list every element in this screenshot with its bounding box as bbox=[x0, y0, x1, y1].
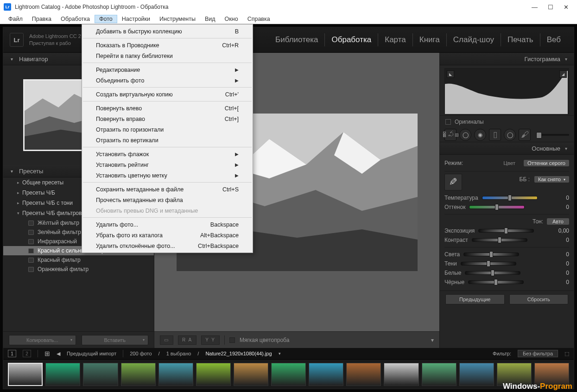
menu-item[interactable]: Отразить по горизонтали bbox=[82, 124, 253, 135]
loupe-view-button[interactable]: ▭ bbox=[160, 335, 173, 345]
menu-item[interactable]: Убрать фото из каталогаAlt+Backspace bbox=[82, 230, 253, 240]
primary-display-icon[interactable]: 1 bbox=[8, 350, 16, 357]
originals-checkbox[interactable] bbox=[445, 119, 451, 125]
menu-фото[interactable]: Фото bbox=[95, 15, 117, 23]
menu-item[interactable]: Показать в ПроводникеCtrl+R bbox=[82, 40, 253, 51]
menu-item[interactable]: Удалить отклонённые фото...Ctrl+Backspac… bbox=[82, 240, 253, 251]
crop-tool-icon[interactable]: �వ⊞ bbox=[444, 129, 457, 141]
slider-Чёрные[interactable] bbox=[468, 280, 524, 284]
menu-item[interactable]: Установить рейтинг▶ bbox=[82, 159, 253, 170]
menu-окно[interactable]: Окно bbox=[220, 15, 243, 23]
right-panel: Гистограмма ▾ ◣ ◢ Оригиналы bbox=[439, 53, 574, 348]
slider-Температура[interactable] bbox=[482, 196, 538, 200]
menu-item[interactable]: Отразить по вертикали bbox=[82, 135, 253, 145]
slider-Оттенок[interactable] bbox=[469, 205, 525, 209]
shadow-clip-icon[interactable]: ◣ bbox=[447, 70, 454, 78]
menu-item[interactable]: Повернуть влевоCtrl+[ bbox=[82, 103, 253, 114]
slider-Света[interactable] bbox=[463, 253, 519, 256]
filmstrip-thumb[interactable] bbox=[234, 363, 268, 386]
slider-Тени[interactable] bbox=[461, 262, 516, 266]
menu-правка[interactable]: Правка bbox=[27, 15, 56, 23]
filmstrip-thumb[interactable] bbox=[271, 363, 306, 386]
auto-tone-button[interactable]: Авто bbox=[547, 218, 569, 225]
radial-filter-tool-icon[interactable]: ◯ bbox=[504, 129, 516, 141]
reset-button[interactable]: Сбросить bbox=[509, 294, 569, 304]
module-tab-3[interactable]: Книга bbox=[413, 35, 446, 44]
secondary-info-bar: 1 2 ⊞ ◀ Предыдущий импорт 200 фото / 1 в… bbox=[3, 348, 574, 359]
module-tab-1[interactable]: Обработка bbox=[325, 35, 378, 44]
menu-справка[interactable]: Справка bbox=[243, 15, 275, 23]
treatment-grayscale[interactable]: Оттенки серого bbox=[524, 160, 569, 166]
spot-removal-tool-icon[interactable]: ◯ bbox=[459, 129, 471, 141]
menu-item[interactable]: Установить цветную метку▶ bbox=[82, 170, 253, 181]
filmstrip-thumb[interactable] bbox=[346, 363, 381, 386]
filmstrip-thumb[interactable] bbox=[83, 363, 118, 386]
brush-tool-icon[interactable]: 🖌 bbox=[519, 129, 531, 141]
slider-Белые[interactable] bbox=[465, 271, 520, 275]
filmstrip[interactable] bbox=[3, 359, 574, 389]
soft-proof-checkbox[interactable] bbox=[229, 337, 235, 343]
filmstrip-thumb[interactable] bbox=[422, 363, 457, 386]
menu-обработка[interactable]: Обработка bbox=[56, 15, 95, 23]
before-after-ra-button[interactable]: R A bbox=[178, 335, 197, 345]
filmstrip-thumb[interactable] bbox=[196, 363, 231, 386]
preset-item[interactable]: Оранжевый фильтр bbox=[3, 265, 154, 274]
white-balance-picker-icon[interactable]: ✎ bbox=[444, 174, 462, 190]
filter-select[interactable]: Без фильтра bbox=[518, 350, 558, 357]
highlight-clip-icon[interactable]: ◢ bbox=[559, 70, 567, 78]
module-tab-2[interactable]: Карта bbox=[378, 35, 412, 44]
module-tab-4[interactable]: Слайд-шоу bbox=[447, 35, 501, 44]
filmstrip-thumb[interactable] bbox=[121, 363, 156, 386]
paste-button[interactable]: Вставить bbox=[82, 335, 149, 345]
white-balance-select[interactable]: Как снято bbox=[534, 176, 569, 183]
filter-lock-icon[interactable]: ⬚ bbox=[564, 351, 569, 357]
basic-header[interactable]: Основные ▾ bbox=[440, 142, 574, 155]
back-icon[interactable]: ◀ bbox=[57, 351, 60, 357]
menu-item[interactable]: Создать виртуальную копиюCtrl+' bbox=[82, 89, 253, 100]
module-tab-6[interactable]: Веб bbox=[540, 35, 567, 44]
center-toolbar: ▭ R A Y Y Мягкая цветопроба ▾ bbox=[154, 331, 439, 348]
module-tab-0[interactable]: Библиотека bbox=[269, 35, 324, 44]
secondary-display-icon[interactable]: 2 bbox=[23, 350, 31, 357]
treatment-color[interactable]: Цвет bbox=[500, 160, 519, 166]
grid-icon[interactable]: ⊞ bbox=[44, 350, 50, 357]
filmstrip-thumb[interactable] bbox=[8, 363, 43, 386]
menu-item[interactable]: Прочесть метаданные из файла bbox=[82, 195, 253, 205]
filmstrip-thumb[interactable] bbox=[309, 363, 343, 386]
menu-item[interactable]: Редактирование▶ bbox=[82, 64, 253, 75]
previous-button[interactable]: Предыдущие bbox=[445, 294, 505, 304]
copy-button[interactable]: Копировать... bbox=[9, 335, 76, 345]
grad-filter-tool-icon[interactable]: ▯ bbox=[489, 129, 501, 141]
menu-item[interactable]: Установить флажок▶ bbox=[82, 149, 253, 159]
module-tab-5[interactable]: Печать bbox=[501, 35, 540, 44]
histogram-header[interactable]: Гистограмма ▾ bbox=[440, 53, 574, 65]
menu-настройки[interactable]: Настройки bbox=[117, 15, 155, 23]
treatment-label: Режим: bbox=[444, 160, 495, 166]
redeye-tool-icon[interactable]: ◉ bbox=[474, 129, 486, 141]
menu-вид[interactable]: Вид bbox=[200, 15, 220, 23]
filmstrip-thumb[interactable] bbox=[459, 363, 494, 386]
menu-item[interactable]: Объединить фото▶ bbox=[82, 75, 253, 86]
menu-файл[interactable]: Файл bbox=[4, 15, 27, 23]
toolbar-expand-icon[interactable]: ▾ bbox=[431, 337, 434, 343]
preset-item[interactable]: Красный фильтр bbox=[3, 255, 154, 265]
filmstrip-thumb[interactable] bbox=[384, 363, 418, 386]
menu-item[interactable]: Сохранить метаданные в файлеCtrl+S bbox=[82, 184, 253, 195]
minimize-icon[interactable]: — bbox=[532, 4, 538, 11]
menu-item[interactable]: Повернуть вправоCtrl+] bbox=[82, 114, 253, 124]
slider-Контраст[interactable] bbox=[472, 238, 527, 242]
tool-size-slider[interactable] bbox=[536, 134, 569, 136]
menu-item[interactable]: Удалить фото...Backspace bbox=[82, 219, 253, 230]
current-filename: Nature22_1920x1080(44).jpg bbox=[205, 351, 272, 356]
slider-Экспозиция[interactable] bbox=[478, 229, 534, 233]
histogram[interactable]: ◣ ◢ bbox=[444, 68, 569, 114]
menu-item[interactable]: Перейти в папку библиотеки bbox=[82, 51, 253, 61]
close-icon[interactable]: ✕ bbox=[564, 4, 569, 11]
before-after-yy-button[interactable]: Y Y bbox=[201, 335, 220, 345]
maximize-icon[interactable]: ☐ bbox=[548, 4, 553, 11]
menu-инструменты[interactable]: Инструменты bbox=[155, 15, 200, 23]
module-picker: БиблиотекаОбработкаКартаКнигаСлайд-шоуПе… bbox=[269, 33, 567, 46]
menu-item[interactable]: Добавить в быструю коллекциюB bbox=[82, 26, 253, 37]
filmstrip-thumb[interactable] bbox=[45, 363, 80, 386]
filmstrip-thumb[interactable] bbox=[159, 363, 193, 386]
